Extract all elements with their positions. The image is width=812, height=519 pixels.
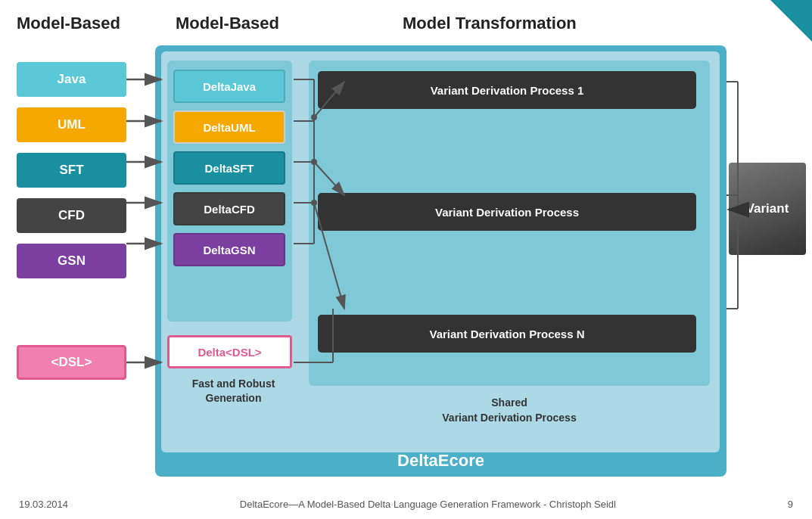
delta-cfd-box: DeltaCFD xyxy=(173,192,285,225)
delta-boxes-container: DeltaJava DeltaUML DeltaSFT DeltaCFD Del… xyxy=(167,61,292,322)
delta-uml-box: DeltaUML xyxy=(173,110,285,144)
shared-vdp-label: SharedVariant Derivation Process xyxy=(313,396,706,425)
java-box: Java xyxy=(17,62,126,97)
inner-container: DeltaJava DeltaUML DeltaSFT DeltaCFD Del… xyxy=(161,51,720,452)
footer-page: 9 xyxy=(788,499,793,510)
vdp-box-1: Variant Derivation Process 1 xyxy=(318,71,696,109)
footer: 19.03.2014 DeltaEcore—A Model-Based Delt… xyxy=(0,499,812,510)
vdp-outer-container: Variant Derivation Process 1 Variant Der… xyxy=(309,61,710,386)
delta-java-box: DeltaJava xyxy=(173,70,285,103)
fast-robust-label: Fast and RobustGeneration xyxy=(167,377,300,406)
header-label-model-transformation: Model Transformation xyxy=(403,14,577,33)
header-label-model-based-2: Model-Based xyxy=(176,14,323,33)
sft-box: SFT xyxy=(17,153,126,188)
header-labels: Model-Based Model-Based Model Transforma… xyxy=(17,14,577,33)
slide: Model-Based Model-Based Model Transforma… xyxy=(0,0,812,519)
dsl-box: <DSL> xyxy=(17,345,126,380)
left-boxes: Java UML SFT CFD GSN xyxy=(17,62,126,278)
uml-box: UML xyxy=(17,107,126,142)
delta-gsn-box: DeltaGSN xyxy=(173,233,285,266)
gsn-box: GSN xyxy=(17,244,126,278)
cfd-box: CFD xyxy=(17,198,126,233)
footer-date: 19.03.2014 xyxy=(19,499,68,510)
header-label-model-based-1: Model-Based xyxy=(17,14,153,33)
vdp-box-2: Variant Derivation Process xyxy=(318,193,696,231)
outer-container: DeltaJava DeltaUML DeltaSFT DeltaCFD Del… xyxy=(155,45,726,477)
delta-dsl-box: Delta<DSL> xyxy=(167,335,292,368)
footer-title: DeltaEcore—A Model-Based Delta Language … xyxy=(240,499,616,510)
variant-box: Variant xyxy=(729,163,806,255)
delta-sft-box: DeltaSFT xyxy=(173,151,285,185)
vdp-box-n: Variant Derivation Process N xyxy=(318,315,696,353)
deltaecore-label: DeltaEcore xyxy=(155,451,726,471)
corner-decoration xyxy=(770,0,812,42)
